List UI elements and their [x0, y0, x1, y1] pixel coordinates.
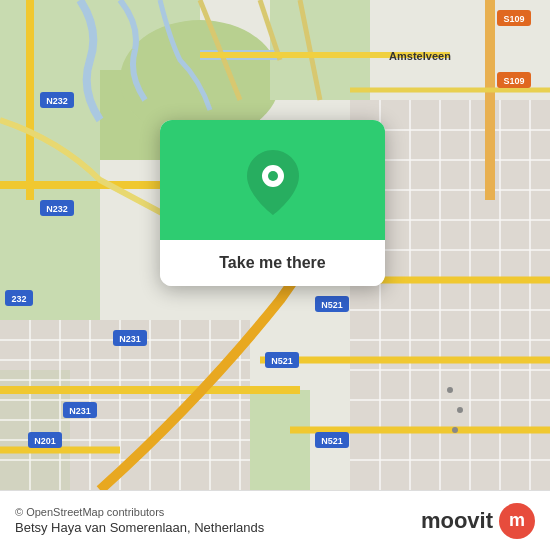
location-info: © OpenStreetMap contributors Betsy Haya … [15, 506, 421, 535]
svg-text:N521: N521 [321, 436, 343, 446]
location-pin-icon [247, 150, 299, 215]
popup-header [160, 120, 385, 240]
bottom-bar: © OpenStreetMap contributors Betsy Haya … [0, 490, 550, 550]
svg-text:N231: N231 [119, 334, 141, 344]
svg-text:S109: S109 [503, 14, 524, 24]
svg-rect-7 [250, 390, 310, 490]
svg-text:N232: N232 [46, 204, 68, 214]
svg-text:N232: N232 [46, 96, 68, 106]
svg-text:N201: N201 [34, 436, 56, 446]
svg-text:N231: N231 [69, 406, 91, 416]
svg-text:232: 232 [11, 294, 26, 304]
take-me-there-button[interactable]: Take me there [160, 240, 385, 286]
svg-point-67 [447, 387, 453, 393]
moovit-brand-text: moovit [421, 508, 493, 534]
svg-text:N521: N521 [321, 300, 343, 310]
svg-point-68 [457, 407, 463, 413]
svg-text:N521: N521 [271, 356, 293, 366]
svg-rect-5 [270, 0, 370, 100]
location-popup: Take me there [160, 120, 385, 286]
location-name: Betsy Haya van Somerenlaan, Netherlands [15, 520, 421, 535]
moovit-icon: m [499, 503, 535, 539]
map-container: N232 N232 232 N231 N231 N201 N521 N521 N… [0, 0, 550, 490]
moovit-logo: moovit m [421, 503, 535, 539]
map-attribution: © OpenStreetMap contributors [15, 506, 421, 518]
svg-text:S109: S109 [503, 76, 524, 86]
svg-point-69 [452, 427, 458, 433]
svg-point-71 [268, 171, 278, 181]
svg-text:Amstelveen: Amstelveen [389, 50, 451, 62]
